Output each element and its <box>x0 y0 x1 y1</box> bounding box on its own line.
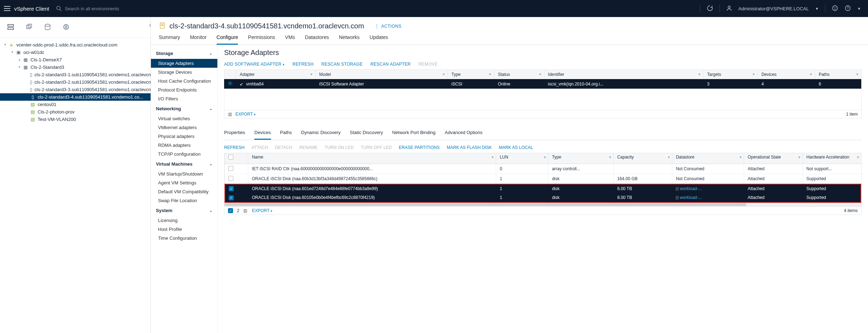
sub-tab-dynamic[interactable]: Dynamic Discovery <box>301 127 341 140</box>
col-name[interactable]: Name▼ <box>248 153 496 164</box>
add-adapter-button[interactable]: ADD SOFTWARE ADAPTER ▾ <box>224 62 285 67</box>
chevron-down-icon[interactable]: ▼ <box>815 7 819 11</box>
radio-selected[interactable] <box>228 81 232 85</box>
col-opstate[interactable]: Operational State▼ <box>744 153 802 164</box>
device-row-selected[interactable]: ✓ ORACLE iSCSI Disk (naa.601ed7248d7e484… <box>224 184 861 193</box>
tree-cluster[interactable]: ▸▦Cls-1-DenseX7 <box>0 56 151 63</box>
cfg-item-storage-adapters[interactable]: Storage Adapters <box>151 59 217 68</box>
tab-networks[interactable]: Networks <box>339 34 359 45</box>
selection-indicator-checkbox[interactable]: ✓ <box>228 208 233 213</box>
tree-vcenter[interactable]: ▸◈vcenter-sddc-prod-1.sddc.fra.oci.oracl… <box>0 41 151 49</box>
cfg-item[interactable]: TCP/IP configuration <box>151 150 217 159</box>
tab-summary[interactable]: Summary <box>159 34 180 45</box>
tree-vm[interactable]: ▧centos01 <box>0 101 151 108</box>
sub-tab-paths[interactable]: Paths <box>280 127 292 140</box>
horizontal-scrollbar[interactable] <box>224 203 862 207</box>
device-row[interactable]: IET iSCSI RAID Ctlr (naa.600000000000000… <box>224 164 861 174</box>
col-paths[interactable]: Paths▼ <box>815 70 862 79</box>
cfg-item[interactable]: Host Cache Configuration <box>151 77 217 85</box>
datastore-link[interactable]: workload-... <box>680 195 702 200</box>
rescan-storage-button[interactable]: RESCAN STORAGE <box>321 62 363 67</box>
cfg-item[interactable]: Time Configuration <box>151 234 217 243</box>
col-devices[interactable]: Devices▼ <box>758 70 815 79</box>
cfg-item[interactable]: VM Startup/Shutdown <box>151 170 217 178</box>
tab-configure[interactable]: Configure <box>217 34 238 45</box>
col-hwaccel[interactable]: Hardware Acceleration▼ <box>803 153 861 164</box>
col-type[interactable]: Type▼ <box>448 70 494 79</box>
col-lun[interactable]: LUN▼ <box>496 153 548 164</box>
cfg-group-storage[interactable]: Storage⌄ <box>151 48 217 59</box>
cfg-item[interactable]: Swap File Location <box>151 196 217 205</box>
vms-templates-icon[interactable] <box>26 23 33 32</box>
row-checkbox-checked[interactable]: ✓ <box>229 195 234 200</box>
device-row-selected[interactable]: ✓ ORACLE iSCSI Disk (naa.60105e0b0e4f4be… <box>224 193 861 203</box>
tree-host[interactable]: ▯cls-2-standard3-3.sub11090541581.vcndem… <box>0 86 151 93</box>
menu-icon[interactable] <box>0 6 14 11</box>
hosts-clusters-icon[interactable] <box>7 23 14 32</box>
col-targets[interactable]: Targets▼ <box>704 70 758 79</box>
global-search[interactable]: Search in all environments <box>56 6 700 11</box>
dev-flash-button[interactable]: MARK AS FLASH DISK <box>447 145 492 150</box>
feedback-icon[interactable] <box>832 5 838 12</box>
col-type[interactable]: Type▼ <box>548 153 613 164</box>
columns-icon[interactable]: ▥ <box>228 112 232 117</box>
tab-datastores[interactable]: Datastores <box>305 34 329 45</box>
refresh-button[interactable]: REFRESH <box>293 62 314 67</box>
sub-tab-static[interactable]: Static Discovery <box>350 127 383 140</box>
cfg-item[interactable]: Host Profile <box>151 225 217 234</box>
col-adapter[interactable]: Adapter▼ <box>236 70 316 79</box>
cfg-item[interactable]: Protocol Endpoints <box>151 85 217 94</box>
help-icon[interactable]: ? <box>845 5 851 12</box>
cfg-item[interactable]: I/O Filters <box>151 94 217 103</box>
actions-menu[interactable]: ACTIONS <box>375 24 401 29</box>
cfg-group-networking[interactable]: Networking⌄ <box>151 103 217 114</box>
cfg-group-system[interactable]: System⌄ <box>151 205 217 216</box>
row-checkbox-checked[interactable]: ✓ <box>229 186 234 191</box>
export-button[interactable]: EXPORT ▾ <box>235 112 256 117</box>
user-label[interactable]: Administrator@VSPHERE.LOCAL <box>738 6 809 11</box>
tree-vm[interactable]: ▧Cls-2-photon-prov <box>0 108 151 116</box>
cfg-item[interactable]: Agent VM Settings <box>151 178 217 187</box>
col-status[interactable]: Status▼ <box>494 70 544 79</box>
tree-cluster[interactable]: ▸▦Cls-2-Standard3 <box>0 63 151 71</box>
cfg-item[interactable]: Licensing <box>151 216 217 225</box>
cfg-item[interactable]: RDMA adapters <box>151 141 217 150</box>
cfg-item[interactable]: Physical adapters <box>151 132 217 141</box>
dev-refresh-button[interactable]: REFRESH <box>224 145 244 150</box>
sub-tab-advanced[interactable]: Advanced Options <box>445 127 482 140</box>
collapse-panel-icon[interactable]: ‹ <box>149 22 151 28</box>
tree-host[interactable]: ▯cls-2-standard3-1.sub11090541581.vcndem… <box>0 71 151 78</box>
sub-tab-portbind[interactable]: Network Port Binding <box>392 127 435 140</box>
networking-icon[interactable] <box>63 23 70 32</box>
device-row[interactable]: ORACLE iSCSI Disk (naa.60b3d13bf3a348d49… <box>224 174 861 184</box>
tree-host-selected[interactable]: ▯cls-2-standard3-4.sub11090541581.vcndem… <box>0 93 151 101</box>
row-checkbox[interactable] <box>228 166 233 171</box>
col-identifier[interactable]: Identifier▼ <box>544 70 703 79</box>
cfg-item[interactable]: Virtual switches <box>151 114 217 123</box>
col-capacity[interactable]: Capacity▼ <box>613 153 672 164</box>
tree-vm[interactable]: ▧Test-VM-VLAN200 <box>0 116 151 123</box>
dev-local-button[interactable]: MARK AS LOCAL <box>499 145 533 150</box>
tree-datacenter[interactable]: ▸▣oci-w01dc <box>0 49 151 56</box>
cfg-item[interactable]: Storage Devices <box>151 68 217 77</box>
storage-icon[interactable] <box>44 23 51 32</box>
chevron-down-icon[interactable]: ▼ <box>857 7 861 11</box>
tab-monitor[interactable]: Monitor <box>190 34 207 45</box>
sub-tab-devices[interactable]: Devices <box>254 127 271 140</box>
cfg-item[interactable]: VMkernel adapters <box>151 123 217 132</box>
select-all-checkbox[interactable] <box>228 155 233 160</box>
col-datastore[interactable]: Datastore▼ <box>672 153 744 164</box>
tree-host[interactable]: ▯cls-2-standard3-2.sub11090541581.vcndem… <box>0 78 151 86</box>
export-button[interactable]: EXPORT ▾ <box>252 208 272 213</box>
datastore-link[interactable]: workload-... <box>680 186 702 191</box>
adapter-row[interactable]: ↙vmhba64 iSCSI Software Adapter iSCSI On… <box>224 79 862 89</box>
tab-updates[interactable]: Updates <box>370 34 388 45</box>
tab-vms[interactable]: VMs <box>285 34 295 45</box>
dev-erase-button[interactable]: ERASE PARTITIONS <box>399 145 440 150</box>
rescan-adapter-button[interactable]: RESCAN ADAPTER <box>370 62 411 67</box>
row-checkbox[interactable] <box>228 176 233 181</box>
sub-tab-properties[interactable]: Properties <box>224 127 245 140</box>
cfg-group-vm[interactable]: Virtual Machines⌄ <box>151 159 217 170</box>
refresh-icon[interactable] <box>707 5 713 12</box>
col-model[interactable]: Model▼ <box>315 70 447 79</box>
